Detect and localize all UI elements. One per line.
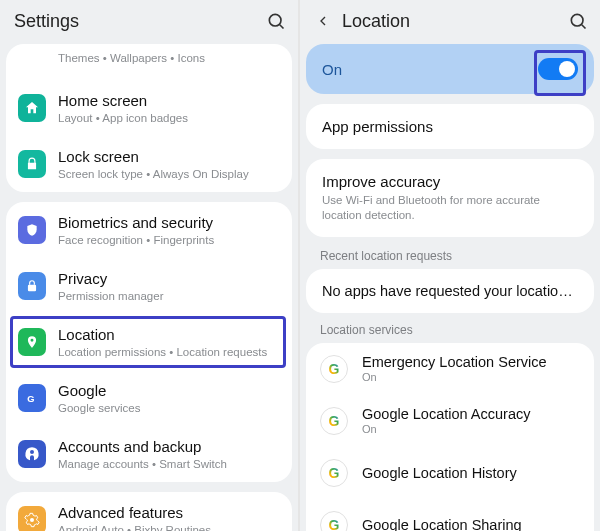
settings-item-label: Advanced features: [58, 504, 280, 522]
settings-item-sub: Screen lock type • Always On Display: [58, 168, 280, 180]
service-sharing[interactable]: G Google Location Sharing: [306, 499, 594, 531]
location-pane: Location On App permissions Improve accu…: [300, 0, 600, 531]
settings-item-sub: Google services: [58, 402, 280, 414]
improve-label: Improve accuracy: [322, 173, 578, 190]
search-icon[interactable]: [266, 11, 286, 31]
service-label: Emergency Location Service: [362, 354, 547, 370]
settings-item-accounts[interactable]: Accounts and backup Manage accounts • Sm…: [6, 426, 292, 482]
settings-item-biometrics[interactable]: Biometrics and security Face recognition…: [6, 202, 292, 258]
settings-item-home[interactable]: Home screen Layout • App icon badges: [6, 80, 292, 136]
settings-title: Settings: [14, 11, 266, 32]
back-icon[interactable]: [314, 12, 332, 30]
recent-requests-header: Recent location requests: [300, 247, 600, 269]
google-g-icon: G: [320, 407, 348, 435]
shield-icon: [18, 216, 46, 244]
service-sub: On: [362, 423, 530, 435]
settings-item-sub: Manage accounts • Smart Switch: [58, 458, 280, 470]
service-label: Google Location Accuracy: [362, 406, 530, 422]
svg-point-4: [30, 518, 34, 522]
google-g-icon: G: [320, 511, 348, 531]
toggle-label: On: [322, 61, 342, 78]
svg-line-6: [582, 25, 586, 29]
accounts-icon: [18, 440, 46, 468]
lock-icon: [18, 150, 46, 178]
settings-item-label: Privacy: [58, 270, 280, 288]
location-services-header: Location services: [300, 321, 600, 343]
settings-item-advanced[interactable]: Advanced features Android Auto • Bixby R…: [6, 492, 292, 531]
privacy-icon: [18, 272, 46, 300]
settings-item-sub: Themes • Wallpapers • Icons: [58, 52, 280, 64]
app-permissions-label: App permissions: [322, 118, 578, 135]
location-switch[interactable]: [538, 58, 578, 80]
google-g-icon: G: [320, 355, 348, 383]
advanced-icon: [18, 506, 46, 531]
location-header: Location: [300, 0, 600, 40]
location-services-card: G Emergency Location Service On G Google…: [306, 343, 594, 531]
settings-item-label: Home screen: [58, 92, 280, 110]
settings-item-lock[interactable]: Lock screen Screen lock type • Always On…: [6, 136, 292, 192]
settings-item-location[interactable]: Location Location permissions • Location…: [6, 314, 292, 370]
location-icon: [18, 328, 46, 356]
settings-header: Settings: [0, 0, 298, 40]
settings-group-3: Advanced features Android Auto • Bixby R…: [6, 492, 292, 531]
svg-rect-2: [28, 285, 36, 291]
settings-item-label: Accounts and backup: [58, 438, 280, 456]
settings-item-sub: Layout • App icon badges: [58, 112, 280, 124]
google-g-icon: G: [320, 459, 348, 487]
service-label: Google Location History: [362, 465, 517, 481]
settings-item-themes[interactable]: Themes • Wallpapers • Icons: [6, 44, 292, 80]
home-icon: [18, 94, 46, 122]
recent-requests-text[interactable]: No apps have requested your location r..: [306, 269, 594, 313]
search-icon[interactable]: [568, 11, 588, 31]
settings-item-sub: Permission manager: [58, 290, 280, 302]
settings-item-label: Location: [58, 326, 280, 344]
settings-item-google[interactable]: G Google Google services: [6, 370, 292, 426]
settings-item-sub: Face recognition • Fingerprints: [58, 234, 280, 246]
settings-item-privacy[interactable]: Privacy Permission manager: [6, 258, 292, 314]
service-emergency[interactable]: G Emergency Location Service On: [306, 343, 594, 395]
location-title: Location: [342, 11, 568, 32]
settings-item-label: Lock screen: [58, 148, 280, 166]
google-icon: G: [18, 384, 46, 412]
improve-sub: Use Wi-Fi and Bluetooth for more accurat…: [322, 193, 578, 223]
svg-line-1: [280, 25, 284, 29]
svg-point-5: [571, 14, 583, 26]
settings-item-sub: Android Auto • Bixby Routines: [58, 524, 280, 531]
improve-accuracy-row[interactable]: Improve accuracy Use Wi-Fi and Bluetooth…: [306, 159, 594, 237]
settings-item-label: Google: [58, 382, 280, 400]
settings-item-label: Biometrics and security: [58, 214, 280, 232]
svg-text:G: G: [27, 394, 34, 404]
settings-item-sub: Location permissions • Location requests: [58, 346, 280, 358]
settings-group-1: Themes • Wallpapers • Icons Home screen …: [6, 44, 292, 192]
settings-pane: Settings Themes • Wallpapers • Icons Hom…: [0, 0, 300, 531]
location-toggle-card[interactable]: On: [306, 44, 594, 94]
settings-group-2: Biometrics and security Face recognition…: [6, 202, 292, 482]
svg-point-0: [269, 14, 281, 26]
service-accuracy[interactable]: G Google Location Accuracy On: [306, 395, 594, 447]
app-permissions-row[interactable]: App permissions: [306, 104, 594, 149]
service-sub: On: [362, 371, 547, 383]
service-label: Google Location Sharing: [362, 517, 522, 531]
service-history[interactable]: G Google Location History: [306, 447, 594, 499]
